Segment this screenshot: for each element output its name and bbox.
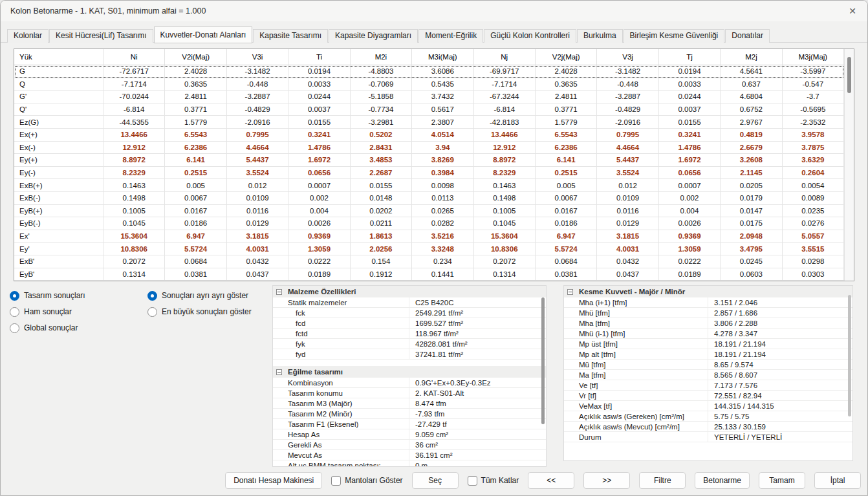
column-header-nj[interactable]: Nj bbox=[474, 49, 536, 65]
table-row-ex[interactable]: Ex(-)12.9126.23864.46641.47862.84313.941… bbox=[14, 142, 844, 155]
radio-tasar-m-sonu-lar[interactable]: Tasarım sonuçları bbox=[10, 290, 147, 301]
table-row-ey[interactable]: Ey(+)8.89726.1415.44371.69723.48533.8269… bbox=[14, 154, 844, 167]
betonarme-button[interactable]: Betonarme bbox=[695, 472, 750, 489]
table-row-eyb[interactable]: EyB'0.13140.03810.04370.01890.19120.1441… bbox=[14, 268, 844, 281]
table-row-ey[interactable]: Ey'10.83065.57244.00311.30592.02563.3248… bbox=[14, 243, 844, 255]
column-header-v2i-maj[interactable]: V2i(Maj) bbox=[165, 49, 226, 65]
property-row-alt-u-bmm-tasar-m-noktas: Alt uç BMM tasarım noktası:0 m bbox=[273, 460, 546, 467]
panel-scrollbar-thumb[interactable] bbox=[848, 295, 851, 416]
mantolari-goster-checkbox[interactable]: Mantoları Göster bbox=[331, 476, 402, 486]
table-row-ex[interactable]: Ex(+)13.44666.55430.79950.32410.52024.05… bbox=[14, 129, 844, 142]
table-row-ex[interactable]: Ex'15.36046.9473.18150.93691.86133.52161… bbox=[14, 230, 844, 243]
previous-column-button[interactable]: << bbox=[528, 472, 574, 489]
tab-kuvvetler-donat-alanlar[interactable]: Kuvvetler-Donatı Alanları bbox=[154, 27, 253, 43]
property-row-tasar-m-konumu: Tasarım konumu2. KAT-S01-Alt bbox=[273, 388, 546, 398]
load-case-label: Ex' bbox=[14, 230, 103, 243]
radio-icon[interactable] bbox=[147, 307, 157, 317]
column-header-y-k[interactable]: Yük bbox=[14, 49, 103, 65]
table-row-ey[interactable]: Ey(-)8.23290.25153.55240.06562.26870.398… bbox=[14, 167, 844, 180]
table-row-exb[interactable]: ExB(+)0.14630.0050.0120.00070.01550.0098… bbox=[14, 179, 844, 192]
section-header-malzeme-zellikleri[interactable]: Malzeme Özellikleri bbox=[273, 286, 546, 297]
collapse-icon[interactable] bbox=[276, 369, 282, 375]
table-cell: 0.1441 bbox=[412, 268, 473, 281]
property-row-statik-malzemeler: Statik malzemelerC25 B420C bbox=[273, 297, 546, 308]
table-cell: 0.0245 bbox=[721, 255, 782, 268]
table-cell: -0.7734 bbox=[351, 103, 412, 116]
column-header-v2j-maj[interactable]: V2j(Maj) bbox=[536, 49, 597, 65]
property-row-a-kl-k-asw-s-mevcut-cm-m: Açıklık asw/s (Mevcut) [cm²/m]25.133 / 3… bbox=[564, 422, 852, 432]
tab-kesit-h-cresi-lif-tasar-m[interactable]: Kesit Hücresi(Lif) Tasarımı bbox=[49, 29, 153, 43]
radio-icon[interactable] bbox=[10, 307, 19, 317]
tab-birle-im-kesme-g-venli-i[interactable]: Birleşim Kesme Güvenliği bbox=[624, 29, 725, 43]
radio-sonu-lar-ayr-ayr-g-ster[interactable]: Sonuçları ayrı ayrı göster bbox=[147, 290, 252, 301]
sec-button[interactable]: Seç bbox=[412, 472, 459, 489]
tab-kapasite-tasar-m[interactable]: Kapasite Tasarımı bbox=[253, 29, 328, 43]
table-row-g[interactable]: G'-70.02442.4811-3.28870.0244-5.18583.74… bbox=[14, 91, 844, 103]
table-row-eyb[interactable]: EyB(-)0.10450.01860.01290.00260.02110.02… bbox=[14, 217, 844, 230]
property-row-ve-tf: Ve [tf]7.173 / 7.576 bbox=[564, 380, 852, 391]
tab-kapasite-diyagramlar[interactable]: Kapasite Diyagramları bbox=[329, 29, 418, 43]
table-cell: 8.2329 bbox=[103, 167, 165, 180]
radio-icon[interactable] bbox=[10, 323, 19, 333]
donati-hesap-makinesi-button[interactable]: Donatı Hesap Makinesi bbox=[225, 472, 322, 489]
table-cell: 0.0381 bbox=[165, 268, 226, 281]
table-cell: 0.0194 bbox=[659, 65, 721, 78]
table-row-exb[interactable]: ExB(-)0.14980.00670.01090.0020.01480.011… bbox=[14, 192, 844, 205]
table-vertical-scrollbar[interactable] bbox=[844, 49, 854, 281]
table-cell: 13.4466 bbox=[103, 129, 165, 142]
close-icon[interactable]: ✕ bbox=[838, 1, 867, 21]
table-scrollbar-thumb[interactable] bbox=[847, 57, 851, 93]
table-cell: 0.0007 bbox=[659, 179, 721, 192]
tab-moment-e-rilik[interactable]: Moment-Eğrilik bbox=[418, 29, 483, 43]
table-row-q[interactable]: Q-7.17140.3635-0.4480.0033-0.70690.5435-… bbox=[14, 78, 844, 91]
column-header-ti[interactable]: Ti bbox=[288, 49, 350, 65]
radio-icon[interactable] bbox=[10, 291, 19, 301]
table-cell: 0.005 bbox=[536, 179, 597, 192]
table-cell: 0.9369 bbox=[288, 230, 350, 243]
radio-global-sonu-lar[interactable]: Global sonuçlar bbox=[10, 323, 147, 333]
panel-scrollbar-thumb[interactable] bbox=[541, 297, 545, 424]
checkbox-icon[interactable] bbox=[331, 476, 341, 486]
tab-g-l-kolon-kontrolleri[interactable]: Güçlü Kolon Kontrolleri bbox=[484, 29, 576, 43]
property-row-hesap-as: Hesap As9.059 cm² bbox=[273, 429, 546, 440]
section-header-kesme-kuvveti-maj-r-min-r[interactable]: Kesme Kuvveti - Majör / Minör bbox=[564, 286, 852, 297]
table-cell: 0.3241 bbox=[288, 129, 350, 142]
table-row-g[interactable]: G-72.67172.4028-3.14820.0194-4.88033.608… bbox=[14, 65, 844, 78]
column-header-m3i-maj[interactable]: M3i(Maj) bbox=[412, 49, 473, 65]
radio-ham-sonu-lar[interactable]: Ham sonuçlar bbox=[10, 307, 147, 317]
table-cell: 0.637 bbox=[721, 78, 782, 91]
iptal-button[interactable]: İptal bbox=[814, 472, 861, 489]
result-options: Tasarım sonuçlarıHam sonuçlarGlobal sonu… bbox=[1, 285, 272, 468]
radio-icon[interactable] bbox=[147, 291, 157, 301]
tamam-button[interactable]: Tamam bbox=[759, 472, 805, 489]
table-row-exb[interactable]: ExB'0.20720.06840.04320.02220.1540.2340.… bbox=[14, 255, 844, 268]
column-header-m2i[interactable]: M2i bbox=[351, 49, 412, 65]
tab-kolonlar[interactable]: Kolonlar bbox=[7, 29, 49, 43]
property-label: Alt uç BMM tasarım noktası: bbox=[273, 460, 409, 467]
table-row-ez-g[interactable]: Ez(G)-44.53551.5779-2.09160.0155-3.29812… bbox=[14, 116, 844, 129]
column-header-tj[interactable]: Tj bbox=[659, 49, 721, 65]
tum-katlar-checkbox[interactable]: Tüm Katlar bbox=[468, 476, 519, 486]
collapse-icon[interactable] bbox=[567, 289, 573, 295]
tab-burkulma[interactable]: Burkulma bbox=[577, 29, 623, 43]
collapse-icon[interactable] bbox=[276, 289, 282, 295]
column-header-v3i[interactable]: V3i bbox=[227, 49, 288, 65]
property-row-mh-i-1-tfm: Mhü (i-1) [tfm]4.278 / 3.347 bbox=[564, 329, 852, 339]
column-header-v3j[interactable]: V3j bbox=[597, 49, 658, 65]
column-header-m3j-maj[interactable]: M3j(Maj) bbox=[783, 49, 844, 65]
table-header-row: YükNiV2i(Maj)V3iTiM2iM3i(Maj)NjV2j(Maj)V… bbox=[14, 49, 844, 65]
table-row-q[interactable]: Q'-6.8140.3771-0.48290.0037-0.77340.5617… bbox=[14, 103, 844, 116]
next-column-button[interactable]: >> bbox=[583, 472, 630, 489]
table-row-eyb[interactable]: EyB(+)0.10050.01670.01160.0040.02020.026… bbox=[14, 205, 844, 218]
table-cell: 0.0148 bbox=[351, 192, 412, 205]
tab-donat-lar[interactable]: Donatılar bbox=[725, 29, 770, 43]
filtre-button[interactable]: Filtre bbox=[639, 472, 686, 489]
property-label: Tasarım M3 (Majör) bbox=[273, 398, 409, 408]
radio-en-b-y-k-sonu-lar-g-ster[interactable]: En büyük sonuçları göster bbox=[147, 307, 252, 317]
column-header-ni[interactable]: Ni bbox=[103, 49, 165, 65]
checkbox-icon[interactable] bbox=[468, 476, 477, 486]
property-value: 2.857 / 1.686 bbox=[708, 308, 852, 318]
table-cell: 2.4811 bbox=[165, 91, 226, 103]
section-header-e-ilme-tasar-m[interactable]: Eğilme tasarımı bbox=[273, 366, 546, 378]
column-header-m2j[interactable]: M2j bbox=[721, 49, 782, 65]
